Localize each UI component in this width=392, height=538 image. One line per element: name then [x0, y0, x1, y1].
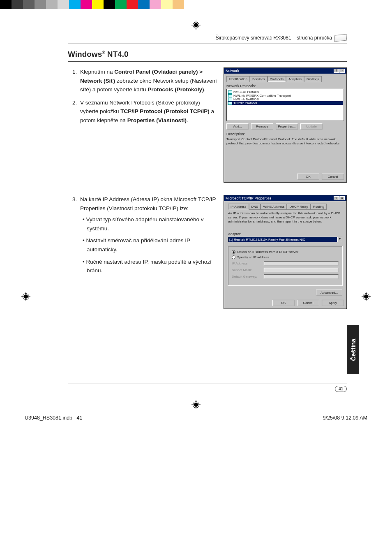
gateway-field: [264, 274, 339, 279]
step-3-bullet: Nastavit směrovač na přidělování adres I…: [83, 236, 217, 254]
tab-protocols[interactable]: Protocols: [267, 76, 286, 82]
print-footer: U3948_RS3081.indb 41 9/25/08 9:12:09 AM: [0, 413, 392, 423]
adapter-value: [1] Realtek RTL8139/810x Family Fast Eth…: [228, 237, 337, 242]
list-item: NWLink NetBIOS: [228, 97, 343, 101]
ip-address-label: IP Address:: [232, 262, 261, 265]
tab-identification[interactable]: Identification: [226, 76, 250, 82]
tab-routing[interactable]: Routing: [311, 204, 327, 210]
tab-bindings[interactable]: Bindings: [304, 76, 322, 82]
tab-ip-address[interactable]: IP Address: [228, 204, 249, 210]
ok-button[interactable]: OK: [272, 300, 295, 306]
ip-address-field: [264, 261, 339, 266]
close-icon[interactable]: ×: [339, 196, 345, 200]
network-dialog: Network ? × Identification Services Prot…: [224, 67, 347, 183]
tab-adapters[interactable]: Adapters: [286, 76, 304, 82]
language-tab: Čeština: [347, 325, 359, 374]
tab-services[interactable]: Services: [250, 76, 267, 82]
subnet-mask-field: [264, 268, 339, 272]
apply-button[interactable]: Apply: [322, 300, 344, 306]
close-icon[interactable]: ×: [339, 69, 345, 73]
step-3: Na kartě IP Address (Adresa IP) okna Mic…: [78, 195, 217, 275]
registration-mark-icon: [191, 21, 201, 30]
description-text: Transport Control Protocol/Internet Prot…: [226, 137, 344, 146]
tab-wins[interactable]: WINS Address: [261, 204, 287, 210]
radio-dhcp[interactable]: Obtain an IP address from a DHCP server: [232, 250, 339, 254]
dialog-tabs: IP Address DNS WINS Address DHCP Relay R…: [228, 204, 342, 210]
step-3-bullet: Vybrat typ síťového adaptéru nainstalova…: [83, 215, 217, 233]
tcpip-dialog: Microsoft TCP/IP Properties ? × IP Addre…: [224, 195, 347, 309]
cancel-button[interactable]: Cancel: [322, 174, 344, 180]
step-3-bullet: Ručně nastavit adresu IP, masku podsítě …: [83, 257, 217, 275]
remove-button[interactable]: Remove: [251, 123, 273, 130]
step-2: V seznamu Network Protocols (Síťové prot…: [78, 98, 217, 125]
radio-icon: [232, 250, 235, 254]
properties-button[interactable]: Properties...: [276, 123, 298, 130]
divider: [68, 61, 347, 62]
divider: [68, 383, 347, 383]
help-icon[interactable]: ?: [334, 196, 339, 200]
protocol-icon: [228, 94, 232, 97]
help-icon[interactable]: ?: [334, 69, 339, 73]
protocols-listbox[interactable]: NetBEUI Protocol NWLink IPX/SPX Compatib…: [226, 89, 344, 121]
tcpip-info-text: An IP address can be automatically assig…: [228, 211, 342, 224]
router-icon: [334, 34, 347, 42]
update-button: Update: [300, 123, 323, 130]
add-button[interactable]: Add...: [226, 123, 249, 130]
list-label: Network Protocols:: [226, 84, 344, 88]
adapter-dropdown[interactable]: [1] Realtek RTL8139/810x Family Fast Eth…: [228, 237, 342, 242]
page-header-title: Širokopásmový směrovač RX3081 – stručná …: [216, 35, 332, 41]
divider: [68, 44, 347, 44]
gateway-label: Default Gateway:: [232, 275, 261, 278]
printer-color-bar: [0, 0, 392, 9]
radio-static[interactable]: Specify an IP address: [232, 255, 339, 259]
dialog-tabs: Identification Services Protocols Adapte…: [226, 76, 344, 82]
protocol-icon: [228, 90, 232, 94]
protocol-icon: [228, 102, 232, 105]
list-item: NWLink IPX/SPX Compatible Transport: [228, 94, 343, 97]
section-heading: Windows® NT4.0: [68, 50, 347, 59]
dialog-title: Microsoft TCP/IP Properties: [226, 196, 334, 200]
chevron-down-icon[interactable]: ▼: [337, 237, 342, 242]
tab-dhcp-relay[interactable]: DHCP Relay: [287, 204, 310, 210]
radio-icon: [232, 255, 235, 259]
registration-mark-icon: [191, 400, 201, 409]
list-item-selected: TCP/IP Protocol: [228, 101, 343, 105]
protocol-icon: [228, 98, 232, 101]
description-label: Description:: [226, 132, 344, 136]
dialog-title: Network: [226, 69, 334, 73]
step-1: Klepnutím na Control Panel (Ovládací pan…: [78, 67, 217, 94]
cancel-button[interactable]: Cancel: [297, 300, 319, 306]
advanced-button[interactable]: Advanced...: [316, 290, 342, 296]
list-item: NetBEUI Protocol: [228, 90, 343, 94]
adapter-label: Adapter:: [228, 232, 342, 236]
ok-button[interactable]: OK: [297, 174, 319, 180]
tab-dns[interactable]: DNS: [249, 204, 261, 210]
subnet-mask-label: Subnet Mask:: [232, 268, 261, 272]
page-number: 41: [335, 386, 347, 392]
